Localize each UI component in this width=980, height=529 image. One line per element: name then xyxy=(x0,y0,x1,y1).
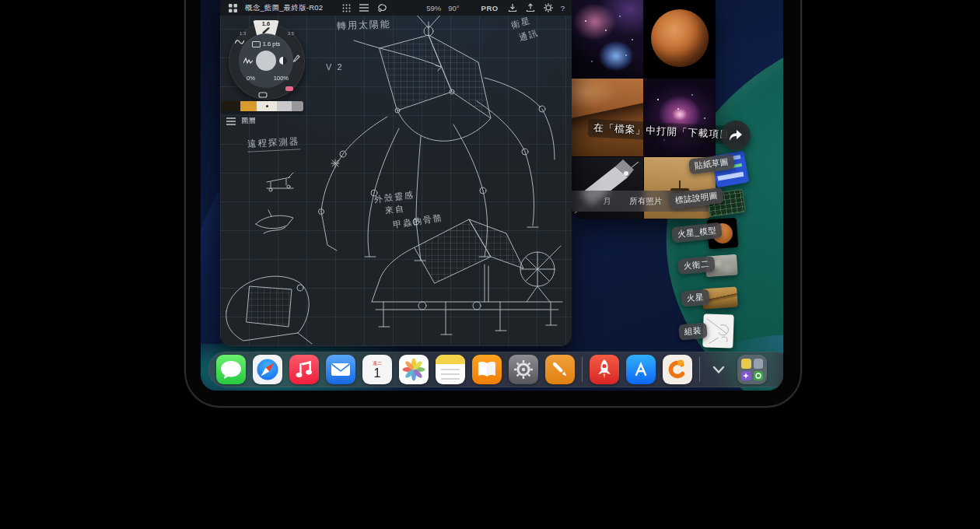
annotation-solar: 轉用太陽能 xyxy=(337,18,392,33)
dock: 週二 1 xyxy=(208,352,783,387)
books-icon[interactable] xyxy=(472,355,502,384)
photos-tab-all[interactable]: 所有照片 xyxy=(630,196,663,207)
dock-divider xyxy=(699,357,700,382)
color-swatch-bar[interactable] xyxy=(222,101,303,111)
mini-app-purple xyxy=(741,371,751,381)
music-icon[interactable] xyxy=(289,355,319,384)
dots-grid-icon[interactable] xyxy=(341,2,352,13)
help-button[interactable]: ? xyxy=(561,4,565,12)
app-library-icon[interactable] xyxy=(737,355,767,384)
stars xyxy=(657,99,659,100)
app-library-grid xyxy=(741,359,763,380)
photos-window: 月 所有照片 xyxy=(572,0,716,219)
dock-collapse-chevron[interactable] xyxy=(707,355,730,384)
annotation-shell-2: 來自 xyxy=(384,202,406,216)
brush-size-left: 1.3 xyxy=(240,31,246,36)
settings-gear-icon[interactable] xyxy=(543,2,554,13)
opacity-max: 100% xyxy=(274,75,289,82)
pen-nib-icon xyxy=(292,54,300,62)
layers-menu-icon xyxy=(226,117,236,125)
swatch-gray[interactable] xyxy=(292,101,303,111)
gallery-grid-icon[interactable] xyxy=(227,2,238,13)
share-export-icon[interactable] xyxy=(525,2,536,13)
share-arrow-button[interactable] xyxy=(721,121,751,150)
scene: 月 所有照片 xyxy=(0,0,980,529)
draw-app-icon[interactable] xyxy=(545,355,575,384)
concepts-app-window: 轉用太陽能 V 2 衛星 通訊 遠程探測器 外殼靈感 來自 甲蟲的骨骼 概念_藍… xyxy=(220,0,572,346)
drag-label-deimos[interactable]: 火衛二 xyxy=(677,256,716,275)
opacity-min: 0% xyxy=(247,75,255,82)
mini-app-gray xyxy=(754,359,764,369)
photos-grid xyxy=(572,0,716,219)
concepts-app-icon[interactable] xyxy=(663,355,692,384)
messages-icon[interactable] xyxy=(216,355,246,384)
swatch-ivory-selected[interactable] xyxy=(257,101,277,111)
calendar-weekday: 週二 xyxy=(373,361,382,366)
mini-app-green xyxy=(754,371,764,381)
brush-size-label: 1.6 pts xyxy=(263,40,281,47)
photos-tab-months[interactable]: 月 xyxy=(603,196,611,207)
settings-icon[interactable] xyxy=(509,355,538,384)
annotation-probe: 遠程探測器 xyxy=(247,135,300,152)
photo-mars-globe[interactable] xyxy=(644,0,716,78)
annotation-version: V 2 xyxy=(326,62,344,72)
assembly-sketch-thumbnail[interactable] xyxy=(702,314,733,348)
drag-label-assembly[interactable]: 組裝 xyxy=(678,322,708,340)
orion-art xyxy=(644,79,716,156)
zoom-level[interactable]: 59% xyxy=(426,4,441,12)
photo-nebula[interactable] xyxy=(572,0,643,78)
dock-divider xyxy=(582,357,583,382)
import-icon[interactable] xyxy=(507,2,518,13)
brush-settings-disk[interactable]: 1.6 pts 0% 100% xyxy=(239,33,293,88)
eraser-icon xyxy=(285,86,294,92)
active-brush-size: 1.6 xyxy=(262,20,270,27)
center-knob[interactable] xyxy=(256,51,276,71)
card-icon xyxy=(252,41,261,47)
calendar-day: 1 xyxy=(374,366,381,380)
mini-app-yellow xyxy=(741,359,751,369)
swatch-lightgray[interactable] xyxy=(277,101,292,111)
app-store-icon[interactable] xyxy=(626,355,656,384)
photos-icon[interactable] xyxy=(399,355,429,384)
chevron-down-icon xyxy=(712,365,726,374)
selected-dot xyxy=(266,105,268,107)
mail-icon[interactable] xyxy=(326,355,355,384)
layers-list-icon[interactable] xyxy=(359,2,369,13)
brush-size-right: 3.5 xyxy=(288,31,294,36)
pressure-icon xyxy=(243,57,253,65)
layers-label: 圖層 xyxy=(241,116,256,126)
stars xyxy=(585,20,586,22)
swatch-amber[interactable] xyxy=(240,101,257,111)
photo-orion-nebula[interactable] xyxy=(644,79,716,156)
pro-badge[interactable]: PRO xyxy=(481,4,499,12)
size-row: 1.6 pts xyxy=(239,40,293,47)
mars-surface-art xyxy=(572,79,643,156)
mars-sphere-art xyxy=(651,9,709,67)
rocket-app-icon[interactable] xyxy=(590,355,619,384)
safari-icon[interactable] xyxy=(253,355,282,384)
brush-tool-wheel[interactable]: 1.6 1.3 3.5 1.6 pts 0% xyxy=(229,20,303,98)
forward-arrow-icon xyxy=(728,128,744,142)
ipad-screen: 月 所有照片 xyxy=(201,0,783,391)
document-title[interactable]: 概念_藍圖_最終版-R02 xyxy=(245,3,323,13)
lasso-icon[interactable] xyxy=(376,2,387,13)
notes-icon[interactable] xyxy=(436,355,465,384)
opacity-icon xyxy=(279,57,287,65)
assembly-sketch-art xyxy=(702,314,733,348)
nebula-art xyxy=(572,0,643,78)
layers-chip[interactable]: 圖層 xyxy=(226,116,256,126)
rotation-value[interactable]: 90° xyxy=(448,4,459,12)
drag-label-mars[interactable]: 火星 xyxy=(681,289,710,307)
marker-icon xyxy=(258,92,268,98)
swatch-dark[interactable] xyxy=(222,101,240,111)
app-toolbar: 概念_藍圖_最終版-R02 59% 90° PRO xyxy=(220,0,572,16)
photo-mars-surface[interactable] xyxy=(572,79,643,156)
calendar-icon[interactable]: 週二 1 xyxy=(362,355,392,384)
